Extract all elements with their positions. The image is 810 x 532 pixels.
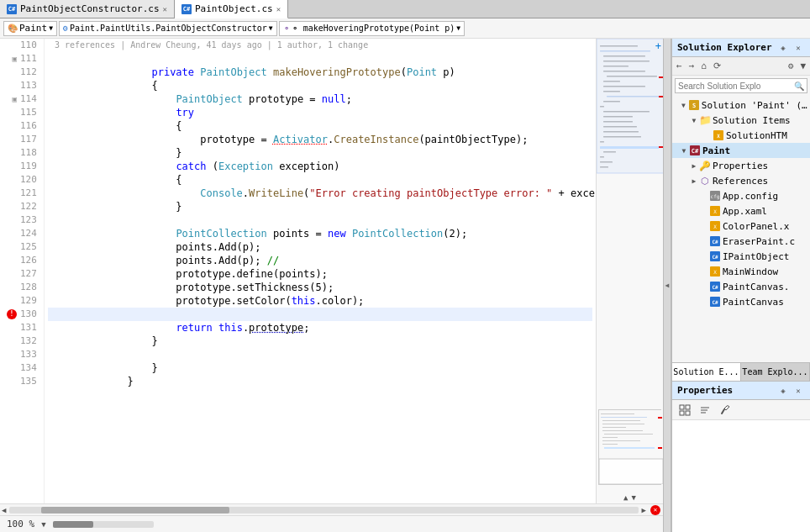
expand-icon: ▼ xyxy=(679,100,688,110)
line-numbers: 110 ▣111 112 113 ▣114 115 116 117 118 11… xyxy=(0,39,45,503)
namespace-dropdown[interactable]: 🎨 Paint ▼ xyxy=(3,21,57,36)
tree-item-solutionhtm[interactable]: X SolutionHTM xyxy=(672,128,810,143)
tree-item-properties[interactable]: ▶ 🔑 Properties xyxy=(672,158,810,173)
nav-more-btn[interactable]: ▼ xyxy=(797,60,808,72)
tree-item-mainwindow[interactable]: X MainWindow xyxy=(672,264,810,279)
method-arrow: ▼ xyxy=(456,24,460,32)
svg-rect-29 xyxy=(597,39,663,173)
svg-text:C#: C# xyxy=(712,239,718,245)
solution-tree: ▼ S Solution 'Paint' (2 p ▼ 📁 Solution I… xyxy=(672,96,810,362)
svg-rect-68 xyxy=(686,405,690,409)
tab-paintobjectconstructor[interactable]: C# PaintObjectConstructor.cs ✕ xyxy=(0,0,175,18)
xml-icon: X xyxy=(713,129,724,141)
cs-icon-2: C# xyxy=(181,4,192,14)
tree-item-solution[interactable]: ▼ S Solution 'Paint' (2 p xyxy=(672,97,810,113)
tree-item-appconfig[interactable]: cfg App.config xyxy=(672,188,810,203)
tree-label-solution: Solution 'Paint' (2 p xyxy=(702,100,810,111)
nav-forward-btn[interactable]: → xyxy=(686,60,697,72)
tree-label-paintcanvas1: PaintCanvas. xyxy=(723,282,789,292)
ln-127: 127 xyxy=(7,267,37,281)
error-circle: ✕ xyxy=(650,505,660,515)
svg-rect-44 xyxy=(599,459,663,484)
solution-explorer-header: Solution Explorer ◈ ✕ xyxy=(672,39,810,57)
tree-label-appconfig: App.config xyxy=(723,191,778,202)
zoom-label: 100 % xyxy=(7,519,34,529)
svg-text:X: X xyxy=(713,269,717,275)
solution-search-input[interactable] xyxy=(678,82,794,91)
tree-item-references[interactable]: ▶ ⬡ References xyxy=(672,173,810,188)
svg-text:X: X xyxy=(713,224,717,229)
nav-home-btn[interactable]: ⌂ xyxy=(698,60,709,72)
class-dropdown[interactable]: ⚙ Paint.PaintUtils.PaintObjectConstructo… xyxy=(59,21,277,36)
method-dropdown[interactable]: ⚬ ⚬ makeHoveringPrototype(Point p) ▼ xyxy=(279,21,465,36)
ln-131: 131 xyxy=(7,321,37,334)
nav-back-btn[interactable]: ← xyxy=(674,60,685,72)
svg-rect-33 xyxy=(602,420,640,421)
tree-label-solutionhtm: SolutionHTM xyxy=(726,130,787,141)
tab-close-2[interactable]: ✕ xyxy=(276,5,281,13)
properties-content xyxy=(672,420,810,532)
tree-label-colorpanel: ColorPanel.x xyxy=(723,221,789,232)
class-arrow: ▼ xyxy=(269,24,273,32)
error-indicator[interactable]: ✕ xyxy=(648,504,663,516)
properties-title: Properties xyxy=(677,385,733,396)
minimap-nav: ▲ ▼ xyxy=(597,493,663,502)
no-expand-ipo xyxy=(699,251,709,261)
ln-118: 118 xyxy=(7,146,37,160)
h-scroll-track[interactable] xyxy=(9,507,638,514)
nav-sync-btn[interactable]: ⟳ xyxy=(711,60,723,72)
wrench-btn[interactable] xyxy=(716,402,734,419)
tree-item-paintcanvas1[interactable]: C# PaintCanvas. xyxy=(672,279,810,294)
add-file-button[interactable]: + xyxy=(655,40,661,52)
svg-rect-69 xyxy=(680,411,684,415)
svg-text:cfg: cfg xyxy=(711,193,720,200)
minimap[interactable]: + xyxy=(596,39,663,503)
tree-item-paint[interactable]: ▼ C# Paint xyxy=(672,143,810,158)
nav-settings-btn[interactable]: ⚙ xyxy=(786,60,797,72)
tab-close-1[interactable]: ✕ xyxy=(163,5,167,13)
pin-properties-btn[interactable]: ◈ xyxy=(776,384,790,398)
xaml-icon: X xyxy=(709,205,721,217)
no-expand-pc2 xyxy=(699,297,709,307)
minimap-down-btn[interactable]: ▼ xyxy=(632,493,636,502)
code-content[interactable]: 3 references | Andrew Cheung, 41 days ag… xyxy=(45,39,596,503)
tree-item-solution-items[interactable]: ▼ 📁 Solution Items xyxy=(672,113,810,128)
ln-121: 121 xyxy=(7,187,37,200)
tree-item-appxaml[interactable]: X App.xaml xyxy=(672,203,810,219)
error-icon-130: ! xyxy=(7,309,17,319)
h-scroll-right[interactable]: ▶ xyxy=(640,506,648,514)
sort-btn[interactable] xyxy=(696,402,714,419)
close-properties-btn[interactable]: ✕ xyxy=(792,384,805,398)
no-expand-mw xyxy=(699,266,709,277)
tree-label-ipaintobject: IPaintObject xyxy=(723,251,789,262)
ln-134: 134 xyxy=(7,361,37,375)
panel-collapse-handle[interactable]: ◀ xyxy=(663,39,671,532)
tree-label-eraserpaint: EraserPaint.c xyxy=(723,236,795,247)
solution-search[interactable]: 🔍 xyxy=(675,78,807,93)
zoom-dropdown[interactable]: ▼ xyxy=(41,520,45,529)
tab-team-explorer[interactable]: Team Explo... xyxy=(741,363,810,381)
tab-paintobject[interactable]: C# PaintObject.cs ✕ xyxy=(175,0,288,18)
editor-bottom-area: ◀ ▶ ✕ 100 % ▼ xyxy=(0,503,663,532)
minimap-up-btn[interactable]: ▲ xyxy=(623,493,628,502)
references-icon: ⬡ xyxy=(699,175,711,187)
h-scroll-left[interactable]: ◀ xyxy=(0,506,8,514)
tree-item-colorpanel[interactable]: X ColorPanel.x xyxy=(672,219,810,234)
mainwindow-icon: X xyxy=(709,266,721,277)
svg-rect-37 xyxy=(604,434,653,435)
grid-view-btn[interactable] xyxy=(676,402,694,419)
h-scrollbar[interactable]: ◀ ▶ ✕ xyxy=(0,503,663,515)
svg-text:C#: C# xyxy=(692,148,699,155)
tab-solution-explorer[interactable]: Solution E... xyxy=(672,363,741,381)
zoom-slider[interactable] xyxy=(53,521,154,528)
ln-130: ! 130 xyxy=(7,308,37,321)
close-panel-btn[interactable]: ✕ xyxy=(792,41,805,55)
status-row: 100 % ▼ xyxy=(0,515,663,532)
namespace-label: Paint xyxy=(19,23,47,34)
tree-item-ipaintobject[interactable]: C# IPaintObject xyxy=(672,249,810,264)
editor-area: 110 ▣111 112 113 ▣114 115 116 117 118 11… xyxy=(0,39,663,532)
pin-icon-btn[interactable]: ◈ xyxy=(776,41,790,55)
tree-item-paintcanvas2[interactable]: C# PaintCanvas xyxy=(672,294,810,309)
svg-rect-70 xyxy=(686,411,690,415)
tree-item-eraserpaint[interactable]: C# EraserPaint.c xyxy=(672,234,810,249)
